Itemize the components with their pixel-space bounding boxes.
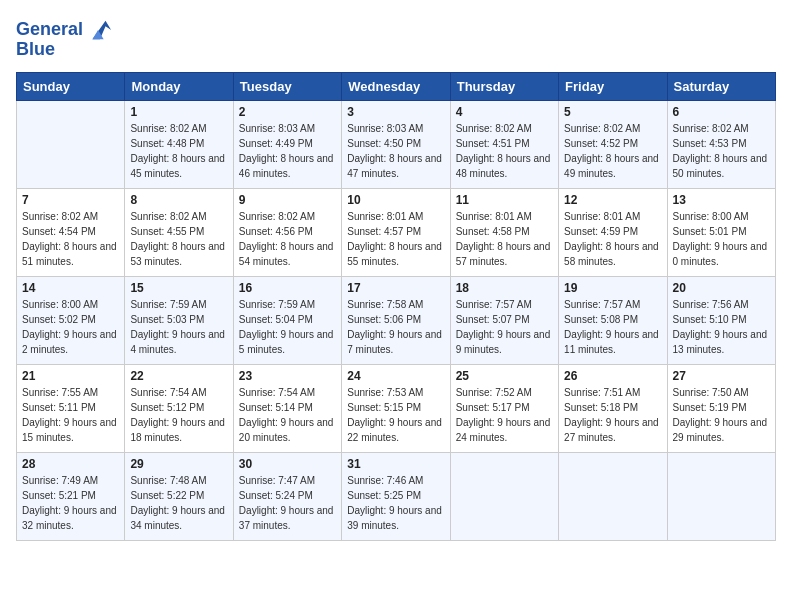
day-info: Sunrise: 8:01 AMSunset: 4:57 PMDaylight:… [347, 209, 444, 269]
calendar-cell: 19Sunrise: 7:57 AMSunset: 5:08 PMDayligh… [559, 276, 667, 364]
col-header-monday: Monday [125, 72, 233, 100]
calendar-cell: 6Sunrise: 8:02 AMSunset: 4:53 PMDaylight… [667, 100, 775, 188]
day-info: Sunrise: 8:02 AMSunset: 4:56 PMDaylight:… [239, 209, 336, 269]
day-info: Sunrise: 7:59 AMSunset: 5:04 PMDaylight:… [239, 297, 336, 357]
day-info: Sunrise: 7:56 AMSunset: 5:10 PMDaylight:… [673, 297, 770, 357]
week-row-4: 21Sunrise: 7:55 AMSunset: 5:11 PMDayligh… [17, 364, 776, 452]
calendar-cell: 5Sunrise: 8:02 AMSunset: 4:52 PMDaylight… [559, 100, 667, 188]
day-info: Sunrise: 8:02 AMSunset: 4:51 PMDaylight:… [456, 121, 553, 181]
day-info: Sunrise: 7:46 AMSunset: 5:25 PMDaylight:… [347, 473, 444, 533]
day-number: 7 [22, 193, 119, 207]
day-info: Sunrise: 8:02 AMSunset: 4:48 PMDaylight:… [130, 121, 227, 181]
col-header-sunday: Sunday [17, 72, 125, 100]
day-number: 21 [22, 369, 119, 383]
col-header-thursday: Thursday [450, 72, 558, 100]
col-header-saturday: Saturday [667, 72, 775, 100]
day-number: 28 [22, 457, 119, 471]
day-info: Sunrise: 7:47 AMSunset: 5:24 PMDaylight:… [239, 473, 336, 533]
calendar-cell: 22Sunrise: 7:54 AMSunset: 5:12 PMDayligh… [125, 364, 233, 452]
day-info: Sunrise: 8:03 AMSunset: 4:50 PMDaylight:… [347, 121, 444, 181]
day-info: Sunrise: 8:02 AMSunset: 4:55 PMDaylight:… [130, 209, 227, 269]
logo-icon [85, 16, 113, 44]
day-number: 19 [564, 281, 661, 295]
calendar-cell: 15Sunrise: 7:59 AMSunset: 5:03 PMDayligh… [125, 276, 233, 364]
day-info: Sunrise: 7:50 AMSunset: 5:19 PMDaylight:… [673, 385, 770, 445]
day-info: Sunrise: 7:54 AMSunset: 5:14 PMDaylight:… [239, 385, 336, 445]
week-row-2: 7Sunrise: 8:02 AMSunset: 4:54 PMDaylight… [17, 188, 776, 276]
week-row-3: 14Sunrise: 8:00 AMSunset: 5:02 PMDayligh… [17, 276, 776, 364]
day-info: Sunrise: 7:59 AMSunset: 5:03 PMDaylight:… [130, 297, 227, 357]
day-number: 15 [130, 281, 227, 295]
calendar-cell: 18Sunrise: 7:57 AMSunset: 5:07 PMDayligh… [450, 276, 558, 364]
day-number: 5 [564, 105, 661, 119]
day-number: 4 [456, 105, 553, 119]
logo-text-blue: Blue [16, 40, 55, 60]
day-number: 2 [239, 105, 336, 119]
day-number: 27 [673, 369, 770, 383]
calendar-cell: 17Sunrise: 7:58 AMSunset: 5:06 PMDayligh… [342, 276, 450, 364]
day-info: Sunrise: 7:49 AMSunset: 5:21 PMDaylight:… [22, 473, 119, 533]
day-info: Sunrise: 8:02 AMSunset: 4:52 PMDaylight:… [564, 121, 661, 181]
day-number: 29 [130, 457, 227, 471]
calendar-cell: 14Sunrise: 8:00 AMSunset: 5:02 PMDayligh… [17, 276, 125, 364]
day-number: 31 [347, 457, 444, 471]
col-header-wednesday: Wednesday [342, 72, 450, 100]
calendar-cell [559, 452, 667, 540]
day-info: Sunrise: 7:57 AMSunset: 5:07 PMDaylight:… [456, 297, 553, 357]
day-number: 3 [347, 105, 444, 119]
day-info: Sunrise: 8:00 AMSunset: 5:01 PMDaylight:… [673, 209, 770, 269]
day-info: Sunrise: 7:58 AMSunset: 5:06 PMDaylight:… [347, 297, 444, 357]
calendar-cell: 13Sunrise: 8:00 AMSunset: 5:01 PMDayligh… [667, 188, 775, 276]
logo: General Blue [16, 16, 113, 60]
calendar-cell: 8Sunrise: 8:02 AMSunset: 4:55 PMDaylight… [125, 188, 233, 276]
calendar-cell: 28Sunrise: 7:49 AMSunset: 5:21 PMDayligh… [17, 452, 125, 540]
day-number: 8 [130, 193, 227, 207]
col-header-friday: Friday [559, 72, 667, 100]
day-number: 12 [564, 193, 661, 207]
day-number: 17 [347, 281, 444, 295]
day-info: Sunrise: 7:55 AMSunset: 5:11 PMDaylight:… [22, 385, 119, 445]
day-info: Sunrise: 7:57 AMSunset: 5:08 PMDaylight:… [564, 297, 661, 357]
calendar-cell: 21Sunrise: 7:55 AMSunset: 5:11 PMDayligh… [17, 364, 125, 452]
page-header: General Blue [16, 16, 776, 60]
day-info: Sunrise: 8:02 AMSunset: 4:53 PMDaylight:… [673, 121, 770, 181]
calendar-cell: 16Sunrise: 7:59 AMSunset: 5:04 PMDayligh… [233, 276, 341, 364]
calendar-cell: 26Sunrise: 7:51 AMSunset: 5:18 PMDayligh… [559, 364, 667, 452]
week-row-1: 1Sunrise: 8:02 AMSunset: 4:48 PMDaylight… [17, 100, 776, 188]
day-number: 22 [130, 369, 227, 383]
calendar-cell: 12Sunrise: 8:01 AMSunset: 4:59 PMDayligh… [559, 188, 667, 276]
day-number: 30 [239, 457, 336, 471]
week-row-5: 28Sunrise: 7:49 AMSunset: 5:21 PMDayligh… [17, 452, 776, 540]
day-info: Sunrise: 7:52 AMSunset: 5:17 PMDaylight:… [456, 385, 553, 445]
day-info: Sunrise: 8:01 AMSunset: 4:58 PMDaylight:… [456, 209, 553, 269]
col-header-tuesday: Tuesday [233, 72, 341, 100]
calendar-cell [667, 452, 775, 540]
calendar-cell: 11Sunrise: 8:01 AMSunset: 4:58 PMDayligh… [450, 188, 558, 276]
calendar-cell: 4Sunrise: 8:02 AMSunset: 4:51 PMDaylight… [450, 100, 558, 188]
calendar-cell: 31Sunrise: 7:46 AMSunset: 5:25 PMDayligh… [342, 452, 450, 540]
calendar-cell: 29Sunrise: 7:48 AMSunset: 5:22 PMDayligh… [125, 452, 233, 540]
day-info: Sunrise: 7:48 AMSunset: 5:22 PMDaylight:… [130, 473, 227, 533]
calendar-cell: 24Sunrise: 7:53 AMSunset: 5:15 PMDayligh… [342, 364, 450, 452]
day-number: 11 [456, 193, 553, 207]
calendar-cell: 20Sunrise: 7:56 AMSunset: 5:10 PMDayligh… [667, 276, 775, 364]
calendar-table: SundayMondayTuesdayWednesdayThursdayFrid… [16, 72, 776, 541]
day-number: 6 [673, 105, 770, 119]
day-number: 25 [456, 369, 553, 383]
calendar-cell: 30Sunrise: 7:47 AMSunset: 5:24 PMDayligh… [233, 452, 341, 540]
calendar-cell: 9Sunrise: 8:02 AMSunset: 4:56 PMDaylight… [233, 188, 341, 276]
calendar-cell: 27Sunrise: 7:50 AMSunset: 5:19 PMDayligh… [667, 364, 775, 452]
day-number: 14 [22, 281, 119, 295]
day-number: 16 [239, 281, 336, 295]
calendar-cell [17, 100, 125, 188]
day-info: Sunrise: 7:53 AMSunset: 5:15 PMDaylight:… [347, 385, 444, 445]
calendar-cell: 3Sunrise: 8:03 AMSunset: 4:50 PMDaylight… [342, 100, 450, 188]
day-info: Sunrise: 8:01 AMSunset: 4:59 PMDaylight:… [564, 209, 661, 269]
day-number: 18 [456, 281, 553, 295]
logo-text-general: General [16, 20, 83, 40]
calendar-header-row: SundayMondayTuesdayWednesdayThursdayFrid… [17, 72, 776, 100]
day-number: 20 [673, 281, 770, 295]
day-info: Sunrise: 8:02 AMSunset: 4:54 PMDaylight:… [22, 209, 119, 269]
calendar-cell: 2Sunrise: 8:03 AMSunset: 4:49 PMDaylight… [233, 100, 341, 188]
day-number: 10 [347, 193, 444, 207]
